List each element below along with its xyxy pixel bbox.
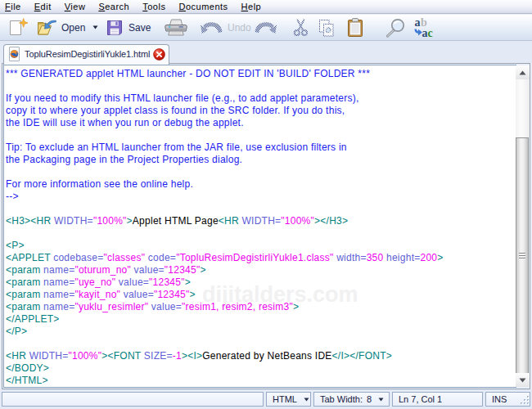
code-line: <H3><HR WIDTH="100%">Applet HTML Page<HR… (6, 215, 516, 227)
tab-label: TopluResimDegistirliYukle1.html (25, 49, 150, 59)
new-button[interactable] (7, 16, 29, 38)
caret-position-label: Ln 7, Col 1 (399, 394, 442, 404)
status-tab-width-selector[interactable]: Tab Width: 8 (313, 392, 390, 407)
find-button[interactable] (384, 16, 408, 38)
svg-text:a: a (422, 27, 428, 39)
find-icon (384, 17, 408, 38)
menu-item-view[interactable]: View (60, 0, 94, 14)
resize-grip[interactable] (519, 394, 530, 406)
scroll-up-button[interactable] (516, 65, 530, 79)
paste-button[interactable] (346, 16, 364, 38)
cut-icon (292, 18, 309, 38)
replace-icon: abac (413, 16, 435, 38)
code-line: <param name="yuklu_resimler" value="resi… (6, 301, 516, 313)
code-line: <APPLET codebase="classes" code="TopluRe… (6, 252, 516, 264)
print-button[interactable] (163, 16, 189, 38)
code-line: </BODY> (6, 362, 516, 375)
html-file-icon (8, 47, 20, 61)
dropdown-arrow-icon[interactable] (92, 25, 98, 29)
new-document-icon (7, 18, 29, 38)
redo-icon (255, 19, 277, 36)
scrollbar-grip (519, 253, 525, 260)
code-line: If you need to modify this HTML launcher… (6, 92, 516, 105)
status-syntax-selector[interactable]: HTML (266, 392, 311, 407)
undo-button[interactable]: Undo (201, 16, 251, 38)
menu-item-help[interactable]: Help (237, 0, 270, 14)
code-line: <param name="oturum_no" value="12345"> (6, 264, 516, 276)
menu-item-edit[interactable]: Edit (29, 0, 60, 14)
code-line: Tip: To exclude an HTML launcher from th… (6, 142, 516, 154)
code-line: copy it to where your applet class is fo… (6, 105, 516, 117)
vertical-scrollbar[interactable] (516, 65, 530, 387)
print-icon (163, 17, 189, 38)
editor-frame: dijitalders.com *** GENERATED applet HTM… (2, 63, 530, 389)
code-line: <param name="uye_no" value="12345"> (6, 276, 516, 289)
menu-item-documents[interactable]: Documents (174, 0, 236, 14)
code-line: For more information see the online help… (6, 178, 516, 191)
open-folder-icon (36, 18, 56, 38)
svg-text:a: a (415, 16, 421, 29)
chevron-down-icon (378, 398, 384, 402)
redo-button[interactable] (255, 16, 277, 38)
menu-item-file[interactable]: File (0, 0, 29, 14)
save-button[interactable]: Save (106, 16, 151, 38)
menu-bar: FileEditViewSearchToolsDocumentsHelp (0, 0, 532, 14)
status-caret-position: Ln 7, Col 1 (392, 392, 483, 407)
code-line (6, 227, 516, 240)
code-line: </P> (6, 326, 516, 338)
menu-item-search[interactable]: Search (93, 0, 138, 14)
tab-document[interactable]: TopluResimDegistirliYukle1.html (3, 44, 169, 65)
code-line: </HTML> (6, 375, 516, 387)
toolbar-button-label: Open (61, 22, 85, 34)
tab-bar: TopluResimDegistirliYukle1.html (0, 41, 532, 63)
status-bar: HTML Tab Width: 8 Ln 7, Col 1 INS (0, 389, 532, 409)
chevron-down-icon (304, 398, 309, 402)
editor-window: FileEditViewSearchToolsDocumentsHelp Ope… (0, 0, 532, 409)
code-line: </APPLET> (6, 313, 516, 326)
code-line (6, 166, 516, 178)
save-icon (106, 19, 124, 37)
tab-close-button[interactable] (153, 48, 165, 61)
code-line (6, 80, 516, 92)
menu-item-tools[interactable]: Tools (138, 0, 174, 14)
code-line: the Packaging page in the Project Proper… (6, 154, 516, 166)
code-line: <param name="kayit_no" value="12345"> (6, 289, 516, 301)
replace-button[interactable]: abac (413, 16, 435, 38)
copy-button[interactable] (318, 16, 336, 38)
tab-width-value: 8 (367, 394, 372, 404)
copy-icon (318, 18, 336, 38)
code-line: <P> (6, 240, 516, 252)
undo-icon (201, 19, 223, 36)
code-lines: *** GENERATED applet HTML launcher - DO … (6, 68, 516, 387)
code-line (6, 338, 516, 350)
code-line: *** GENERATED applet HTML launcher - DO … (6, 68, 516, 80)
open-button[interactable]: Open (36, 16, 98, 38)
status-message-panel (2, 392, 264, 407)
insert-mode-label: INS (492, 394, 507, 404)
toolbar-button-label: Save (128, 22, 151, 34)
syntax-label: HTML (273, 394, 297, 404)
paste-icon (346, 17, 364, 38)
toolbar-button-label: Undo (228, 22, 251, 34)
tab-width-label: Tab Width: (320, 394, 363, 404)
code-line: --> (6, 191, 516, 203)
code-line: the IDE will use it when you run or debu… (6, 117, 516, 129)
svg-text:c: c (428, 27, 433, 39)
scroll-down-button[interactable] (516, 373, 530, 387)
scrollbar-thumb[interactable] (516, 137, 529, 375)
text-area[interactable]: dijitalders.com *** GENERATED applet HTM… (3, 65, 516, 388)
code-line (6, 203, 516, 215)
code-line (6, 129, 516, 142)
cut-button[interactable] (292, 16, 309, 38)
code-line: <HR WIDTH="100%"><FONT SIZE=-1><I>Genera… (6, 350, 516, 362)
toolbar: OpenSaveUndoabac (0, 15, 532, 41)
